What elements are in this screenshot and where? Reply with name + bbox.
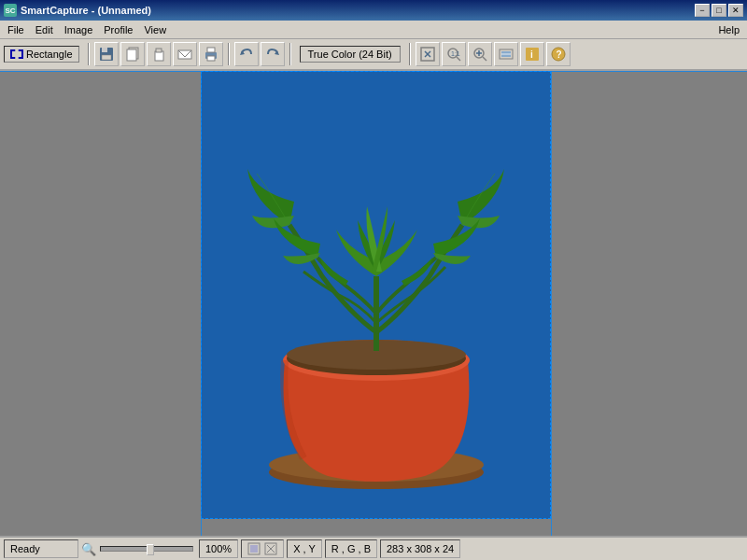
capture-type-label: Rectangle bbox=[26, 49, 73, 60]
undo-button[interactable] bbox=[234, 42, 259, 66]
menu-view[interactable]: View bbox=[138, 22, 172, 37]
zoom-percent: 100% bbox=[199, 539, 238, 558]
print-button[interactable] bbox=[199, 42, 223, 66]
color-mode-selector[interactable]: True Color (24 Bit) bbox=[300, 46, 401, 63]
window-title: SmartCapture - (Unnamed) bbox=[21, 5, 151, 16]
canvas-left-margin bbox=[0, 71, 201, 536]
plant-image bbox=[201, 71, 551, 519]
paste-icon bbox=[150, 46, 167, 63]
zoom-fit-icons[interactable] bbox=[241, 539, 284, 558]
fit-icon bbox=[247, 542, 261, 555]
svg-text:i: i bbox=[530, 49, 533, 60]
zoom-actual-button[interactable]: 1:1 bbox=[442, 42, 466, 66]
zoom-search-icon: 🔍 bbox=[81, 542, 96, 556]
zoom-fit-icon bbox=[419, 46, 436, 63]
status-bar: Ready 🔍 100% X , Y R , G , B 283 x 308 x… bbox=[0, 536, 747, 560]
menu-help[interactable]: Help bbox=[712, 22, 745, 37]
image-canvas[interactable] bbox=[201, 71, 551, 519]
menu-edit[interactable]: Edit bbox=[30, 22, 59, 37]
save-icon bbox=[98, 46, 115, 63]
coordinates-label: X , Y bbox=[293, 543, 316, 554]
undo-icon bbox=[238, 46, 255, 63]
menu-file[interactable]: File bbox=[2, 22, 30, 37]
email-icon bbox=[176, 46, 193, 63]
window-controls[interactable]: − □ ✕ bbox=[695, 4, 743, 17]
zoom-region-button[interactable] bbox=[468, 42, 492, 66]
toolbar-separator-4 bbox=[409, 43, 411, 65]
redo-button[interactable] bbox=[261, 42, 285, 66]
toolbar-separator-3 bbox=[289, 43, 291, 65]
zoom-slider[interactable] bbox=[100, 546, 193, 552]
main-content bbox=[0, 71, 747, 536]
canvas-area[interactable] bbox=[0, 71, 747, 536]
menu-bar: File Edit Image Profile View Help bbox=[0, 21, 747, 39]
menu-image[interactable]: Image bbox=[59, 22, 99, 37]
help-button[interactable]: ? bbox=[546, 42, 571, 66]
paste-button[interactable] bbox=[147, 42, 171, 66]
channels-display: R , G , B bbox=[325, 539, 377, 558]
svg-rect-37 bbox=[250, 545, 258, 553]
channels-label: R , G , B bbox=[331, 543, 371, 554]
toolbar: Rectangle bbox=[0, 39, 747, 71]
actual-icon bbox=[264, 542, 277, 555]
zoom-area[interactable]: 🔍 bbox=[81, 542, 193, 556]
color-mode-label: True Color (24 Bit) bbox=[308, 49, 392, 60]
dimensions-display: 283 x 308 x 24 bbox=[380, 539, 460, 558]
svg-rect-10 bbox=[207, 56, 215, 61]
copy-button[interactable] bbox=[120, 42, 145, 66]
redo-icon bbox=[264, 46, 281, 63]
ready-label: Ready bbox=[10, 543, 40, 554]
minimize-button[interactable]: − bbox=[695, 4, 710, 17]
help-icon: ? bbox=[550, 46, 567, 63]
capture-type-selector[interactable]: Rectangle bbox=[4, 46, 79, 63]
toolbar-separator-2 bbox=[228, 43, 230, 65]
svg-text:?: ? bbox=[556, 49, 561, 60]
save-button[interactable] bbox=[94, 42, 119, 66]
zoom-value: 100% bbox=[205, 543, 232, 554]
email-button[interactable] bbox=[173, 42, 197, 66]
maximize-button[interactable]: □ bbox=[712, 4, 726, 17]
svg-rect-1 bbox=[102, 48, 107, 52]
svg-text:1:1: 1:1 bbox=[451, 50, 460, 57]
svg-rect-9 bbox=[207, 48, 215, 52]
scan-button[interactable] bbox=[494, 42, 518, 66]
toolbar-separator-1 bbox=[88, 43, 90, 65]
zoom-thumb[interactable] bbox=[147, 544, 154, 555]
print-icon bbox=[203, 46, 219, 63]
svg-line-17 bbox=[457, 57, 460, 61]
zoom-actual-icon: 1:1 bbox=[445, 46, 462, 63]
zoom-region-icon bbox=[472, 46, 488, 63]
dimensions-label: 283 x 308 x 24 bbox=[387, 543, 454, 554]
scan-icon bbox=[498, 46, 514, 63]
coordinates-display: X , Y bbox=[287, 539, 322, 558]
info-icon: i bbox=[524, 46, 541, 63]
zoom-fit-button[interactable] bbox=[416, 42, 440, 66]
menu-profile[interactable]: Profile bbox=[98, 22, 138, 37]
title-bar: SC SmartCapture - (Unnamed) − □ ✕ bbox=[0, 0, 747, 21]
title-left: SC SmartCapture - (Unnamed) bbox=[4, 4, 151, 17]
svg-rect-2 bbox=[102, 55, 111, 60]
close-button[interactable]: ✕ bbox=[728, 4, 743, 17]
app-icon: SC bbox=[4, 4, 17, 17]
capture-type-icon bbox=[10, 49, 23, 59]
status-ready: Ready bbox=[4, 539, 78, 558]
info-button[interactable]: i bbox=[520, 42, 544, 66]
canvas-right-margin bbox=[551, 71, 747, 536]
copy-icon bbox=[124, 46, 141, 63]
svg-line-20 bbox=[483, 57, 486, 61]
svg-rect-4 bbox=[127, 49, 136, 61]
svg-rect-6 bbox=[156, 49, 162, 52]
